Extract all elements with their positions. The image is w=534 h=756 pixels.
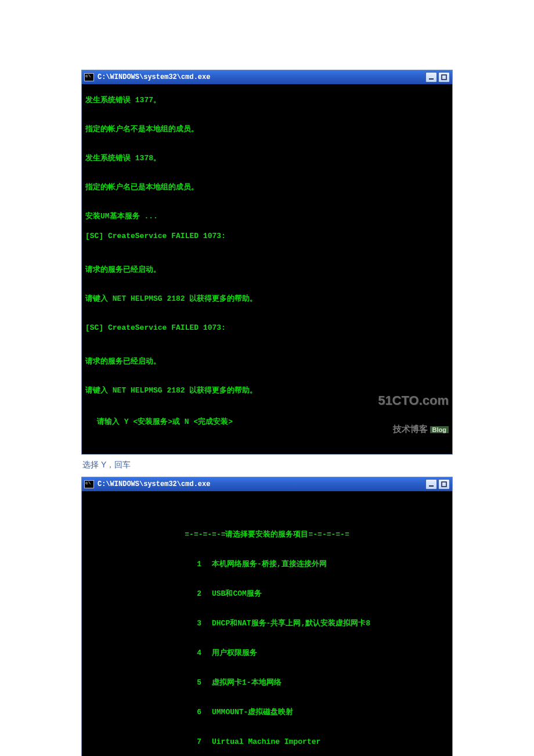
svg-rect-0 — [429, 78, 434, 80]
output-line: [SC] CreateService FAILED 1073: — [85, 232, 449, 240]
menu-num: 1 — [85, 560, 212, 568]
output-line: 请键入 NET HELPMSG 2182 以获得更多的帮助。 — [85, 295, 449, 303]
window-title: C:\WINDOWS\system32\cmd.exe — [98, 74, 422, 81]
cmd-icon: c\ — [84, 480, 94, 488]
menu-num: 3 — [85, 620, 212, 627]
menu-label: UMMOUNT-虚拟磁盘映射 — [212, 708, 449, 716]
output-line: 指定的帐户名已是本地组的成员。 — [85, 183, 449, 191]
svg-rect-3 — [442, 482, 446, 487]
minimize-button[interactable] — [425, 479, 437, 489]
titlebar[interactable]: c\ C:\WINDOWS\system32\cmd.exe — [82, 477, 452, 491]
caption-text: 选择 Y，回车 — [82, 458, 452, 472]
menu-item: 3DHCP和NAT服务-共享上网,默认安装虚拟网卡8 — [85, 620, 449, 627]
cmd-window-2: c\ C:\WINDOWS\system32\cmd.exe =-=-=-=-=… — [81, 477, 453, 756]
menu-num: 2 — [85, 590, 212, 597]
output-line: 发生系统错误 1378。 — [85, 154, 449, 162]
window-buttons — [425, 72, 450, 82]
document-page: c\ C:\WINDOWS\system32\cmd.exe 发生系统错误 13… — [0, 0, 534, 756]
menu-num: 7 — [85, 738, 212, 746]
console-output: 发生系统错误 1377。 指定的帐户名不是本地组的成员。 发生系统错误 1378… — [82, 84, 452, 454]
menu-label: 用户权限服务 — [212, 649, 449, 657]
menu-label: Uirtual Machine Importer — [212, 738, 449, 746]
cmd-window-1: c\ C:\WINDOWS\system32\cmd.exe 发生系统错误 13… — [81, 70, 453, 455]
output-line: 指定的帐户名不是本地组的成员。 — [85, 125, 449, 133]
svg-rect-2 — [429, 485, 434, 487]
titlebar[interactable]: c\ C:\WINDOWS\system32\cmd.exe — [82, 70, 452, 84]
menu-label: 本机网络服务-桥接,直接连接外网 — [212, 560, 449, 568]
menu-num: 4 — [85, 649, 212, 657]
output-line: 请求的服务已经启动。 — [85, 358, 449, 365]
window-title: C:\WINDOWS\system32\cmd.exe — [98, 481, 422, 488]
menu-item: 4用户权限服务 — [85, 649, 449, 657]
console-output: =-=-=-=-=请选择要安装的服务项目=-=-=-=-= 1本机网络服务-桥接… — [82, 491, 452, 756]
maximize-button[interactable] — [438, 479, 450, 489]
cmd-icon: c\ — [84, 73, 94, 81]
content-column: c\ C:\WINDOWS\system32\cmd.exe 发生系统错误 13… — [81, 70, 453, 756]
menu-header: =-=-=-=-=请选择要安装的服务项目=-=-=-=-= — [85, 531, 449, 538]
window-buttons — [425, 479, 450, 489]
menu-item: 1本机网络服务-桥接,直接连接外网 — [85, 560, 449, 568]
menu-item: 6UMMOUNT-虚拟磁盘映射 — [85, 708, 449, 716]
menu-label: USB和COM服务 — [212, 590, 449, 597]
install-menu: =-=-=-=-=请选择要安装的服务项目=-=-=-=-= 1本机网络服务-桥接… — [85, 516, 449, 756]
output-line: [SC] CreateService FAILED 1073: — [85, 324, 449, 332]
output-line: 发生系统错误 1377。 — [85, 96, 449, 104]
menu-item: 5虚拟网卡1-本地网络 — [85, 679, 449, 686]
output-line: 请键入 NET HELPMSG 2182 以获得更多的帮助。 — [85, 387, 449, 394]
output-line: 请求的服务已经启动。 — [85, 266, 449, 273]
watermark-line2: 技术博客Blog — [378, 424, 449, 434]
menu-label: 虚拟网卡1-本地网络 — [212, 679, 449, 686]
maximize-button[interactable] — [438, 72, 450, 82]
menu-num: 6 — [85, 708, 212, 716]
watermark-line1: 51CTO.com — [378, 394, 449, 408]
menu-item: 2USB和COM服务 — [85, 590, 449, 597]
output-line: 安装UM基本服务 ... — [85, 213, 449, 220]
menu-num: 5 — [85, 679, 212, 686]
menu-item: 7Uirtual Machine Importer — [85, 738, 449, 746]
output-prompt: 请输入 Y <安装服务>或 N <完成安装> — [85, 418, 449, 426]
svg-rect-1 — [442, 75, 446, 80]
minimize-button[interactable] — [425, 72, 437, 82]
menu-label: DHCP和NAT服务-共享上网,默认安装虚拟网卡8 — [212, 620, 449, 627]
